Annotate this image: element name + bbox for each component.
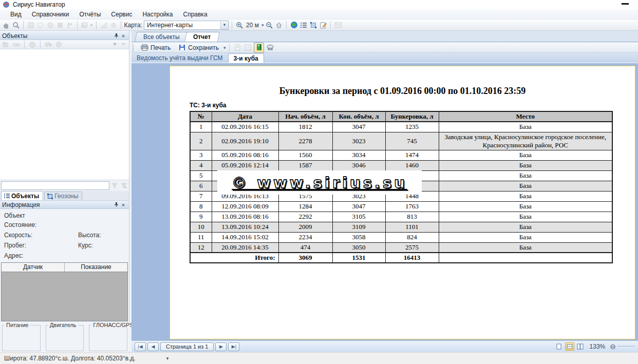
table-cell: 824 [385, 232, 439, 242]
tab-all-objects[interactable]: Все объекты [135, 32, 189, 42]
object-list-icon[interactable] [299, 21, 308, 29]
statusbar-dropdown-icon[interactable]: ▾ [166, 356, 169, 361]
menu-directories[interactable]: Справочники [27, 10, 74, 19]
zoom-slider[interactable] [617, 346, 635, 347]
save-dropdown-icon[interactable]: ▾ [223, 45, 226, 50]
sensor-col-value[interactable]: Показание [65, 263, 127, 272]
app-icon [3, 1, 10, 8]
table-cell: 3105 [332, 212, 385, 222]
edit-notes-icon[interactable] [319, 21, 327, 29]
select-polygon-icon[interactable] [36, 21, 45, 29]
zoom-in-icon[interactable] [235, 21, 243, 29]
expand-all-icon[interactable]: + [111, 41, 118, 48]
globe-icon[interactable] [290, 21, 298, 29]
book-icon [255, 43, 263, 51]
table-cell: База [439, 181, 612, 191]
left-panel: Объекты × + − [0, 31, 129, 352]
mail-icon[interactable] [334, 21, 342, 29]
prev-page-button[interactable]: ◀ [147, 342, 159, 351]
pin-icon[interactable] [112, 32, 120, 39]
flag-icon[interactable] [66, 21, 74, 29]
clear-filter-icon[interactable] [120, 182, 128, 190]
link-icon[interactable] [12, 41, 21, 49]
table-cell: 5 [190, 170, 212, 181]
menu-settings[interactable]: Настройка [137, 10, 178, 19]
home-icon[interactable] [275, 21, 283, 29]
help-icon[interactable]: ? [243, 44, 252, 52]
tab-report[interactable]: Отчет [184, 32, 220, 42]
tab-3-kuba[interactable]: 3-и куба [228, 53, 264, 63]
pager-bar: |◀ ◀ Страница 1 из 1 ▶ ▶| 133% ⊖ [132, 340, 638, 352]
table-cell: 3047 [332, 122, 385, 132]
table-cell: Заводская улица, Красносулинское городск… [439, 132, 612, 150]
vehicle-icon[interactable] [44, 41, 52, 49]
fit-width-view-icon[interactable] [565, 342, 574, 351]
map-combobox[interactable]: Интернет-карты ▾ [144, 21, 229, 30]
save-button[interactable]: Сохранить [175, 43, 221, 52]
ruler-icon[interactable] [100, 21, 108, 29]
zoom-scale-value[interactable]: 20 м [245, 22, 260, 29]
filter-icon[interactable] [110, 182, 119, 190]
menu-service[interactable]: Сервис [106, 10, 137, 19]
pan-hand-icon[interactable] [2, 21, 10, 29]
tab-geozones[interactable]: Геозоны [44, 191, 82, 200]
gear-icon[interactable] [109, 21, 118, 29]
menu-help[interactable]: Справка [178, 10, 212, 19]
table-cell: 9 [190, 212, 212, 222]
pin-icon[interactable] [112, 201, 120, 208]
book-view-toggle[interactable] [254, 43, 264, 53]
sensor-col-sensor[interactable]: Датчик [2, 263, 65, 272]
report-page: Бункеровки за период с 01.09.2016 00:00 … [170, 66, 635, 339]
table-cell: База [439, 191, 612, 201]
layers-dropdown-icon[interactable]: ▾ [90, 23, 93, 28]
menu-view[interactable]: Вид [5, 10, 27, 19]
menu-reports[interactable]: Отчёты [74, 10, 106, 19]
totals-value: 1531 [332, 253, 385, 263]
geozone-icon[interactable] [309, 21, 317, 29]
select-rect-icon[interactable] [27, 21, 35, 29]
last-page-button[interactable]: ▶| [228, 342, 239, 351]
groupbox-engine-label: Двигатель [48, 322, 78, 328]
report-viewer[interactable]: Бункеровки за период с 01.09.2016 00:00 … [132, 63, 638, 340]
add-group-icon[interactable] [2, 41, 10, 49]
tab-fuel-sheet[interactable]: Ведомость учёта выдачи ГСМ [132, 53, 228, 63]
single-page-view-icon[interactable] [554, 342, 564, 351]
print-button[interactable]: Печать [138, 43, 173, 52]
zoom-out-button[interactable]: ⊖ [610, 342, 616, 351]
statusbar: Широта: 47.88920°с.ш. Долгота: 40.05203°… [0, 352, 638, 364]
table-cell: База [439, 122, 612, 132]
zoom-percentage: 133% [590, 343, 606, 350]
first-page-button[interactable]: |◀ [135, 342, 146, 351]
print-preview-icon[interactable] [266, 44, 274, 52]
report-title: Бункеровки за период с 01.09.2016 00:00 … [170, 86, 635, 97]
zoom-scale-dropdown-icon[interactable]: ▾ [261, 23, 264, 28]
table-cell: 7 [190, 191, 212, 201]
objects-tree[interactable] [0, 49, 129, 180]
collapse-all-icon[interactable]: − [120, 41, 127, 48]
info-height-label: Высота: [78, 232, 101, 239]
track-icon[interactable] [54, 41, 63, 49]
filter-input[interactable] [1, 181, 109, 190]
table-cell: 3050 [332, 242, 385, 253]
zoom-select-icon[interactable] [12, 21, 20, 29]
toolbar-grip [133, 44, 135, 51]
zoom-out-icon[interactable] [265, 21, 273, 29]
table-cell: База [439, 212, 612, 222]
col-header: Место [439, 111, 612, 122]
page-setup-icon[interactable] [233, 44, 241, 52]
select-circle-icon[interactable] [46, 21, 54, 29]
table-cell: 2 [190, 132, 212, 150]
table-cell: 1812 [278, 122, 332, 132]
close-icon[interactable]: × [120, 201, 127, 208]
multi-page-view-icon[interactable] [576, 342, 585, 351]
chevron-down-icon[interactable]: ▾ [220, 21, 228, 29]
tab-objects[interactable]: Объекты [1, 191, 43, 200]
titlebar: Сириус Навигатор [0, 0, 638, 9]
close-icon[interactable]: × [120, 32, 127, 39]
document-tabs: Все объекты Отчет [132, 32, 638, 42]
select-square-icon[interactable] [56, 21, 64, 29]
minimize-button[interactable] [622, 3, 629, 5]
show-on-map-icon[interactable] [28, 41, 36, 49]
next-page-button[interactable]: ▶ [215, 342, 227, 351]
layers-icon[interactable] [81, 21, 89, 29]
